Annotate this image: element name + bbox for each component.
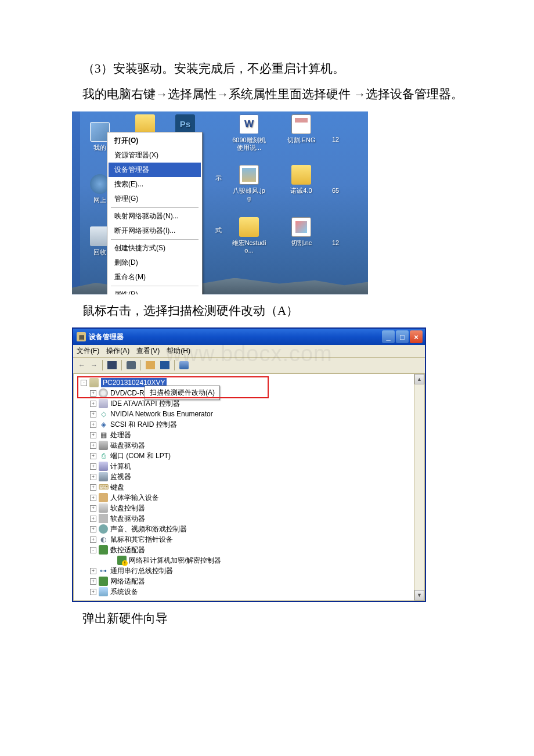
tree-node[interactable]: +声音、视频和游戏控制器: [76, 524, 412, 534]
expand-icon[interactable]: +: [90, 568, 96, 574]
menu-item[interactable]: 管理(G): [109, 192, 201, 206]
tool-print-icon[interactable]: [125, 359, 138, 371]
collapse-icon[interactable]: -: [90, 547, 96, 553]
jpg-icon[interactable]: 八骏雄风.jpg: [232, 165, 266, 202]
expand-icon[interactable]: +: [90, 411, 96, 417]
tree-node[interactable]: +⌨键盘: [76, 482, 412, 492]
expand-icon[interactable]: +: [90, 401, 96, 407]
device-icon: [99, 514, 108, 523]
tree-node[interactable]: +IDE ATA/ATAPI 控制器: [76, 398, 412, 409]
menu-item[interactable]: 删除(D): [109, 255, 201, 270]
tree-node[interactable]: +◐鼠标和其它指针设备: [76, 534, 412, 545]
device-label: 键盘: [110, 483, 124, 492]
eng-file-icon[interactable]: 切割.ENG: [284, 114, 319, 144]
expand-icon[interactable]: +: [90, 442, 96, 449]
tool-tree-icon[interactable]: [106, 359, 118, 371]
expand-icon[interactable]: +: [90, 484, 96, 491]
tree-node[interactable]: +监视器: [76, 471, 412, 482]
device-icon: ⊶: [99, 566, 108, 575]
device-label: 监视器: [110, 472, 131, 482]
device-label: 人体学输入设备: [110, 493, 159, 503]
tree-node[interactable]: +▦处理器: [76, 430, 412, 440]
tree-node[interactable]: +DVD/CD-R: [76, 388, 412, 398]
tool-scan-icon[interactable]: [158, 359, 171, 371]
titlebar[interactable]: ▤ 设备管理器 _ □ ×: [73, 329, 425, 345]
expand-icon[interactable]: +: [90, 390, 96, 397]
device-label: 声音、视频和游戏控制器: [110, 524, 187, 534]
tree-node[interactable]: +◈SCSI 和 RAID 控制器: [76, 419, 412, 430]
expand-icon[interactable]: +: [90, 526, 96, 532]
device-label: 系统设备: [110, 587, 138, 597]
forward-button[interactable]: →: [89, 360, 99, 370]
device-label: NVIDIA Network Bus Enumerator: [110, 410, 213, 418]
device-icon: [99, 493, 108, 502]
device-tree[interactable]: - PC2013102410XVY 扫描检测硬件改动(A) +DVD/CD-R+…: [74, 374, 414, 600]
menu-item[interactable]: 属性(R): [109, 287, 201, 294]
expand-icon[interactable]: +: [90, 432, 96, 438]
device-label: 软盘控制器: [110, 503, 145, 513]
label-fragment: 示: [212, 174, 224, 182]
device-icon: [99, 399, 108, 408]
menu-item[interactable]: 映射网络驱动器(N)...: [109, 209, 201, 224]
tree-node[interactable]: +⊶通用串行总线控制器: [76, 566, 412, 576]
tree-root[interactable]: - PC2013102410XVY: [76, 377, 412, 388]
menu-file[interactable]: 文件(F): [77, 346, 99, 356]
expand-icon[interactable]: +: [90, 516, 96, 522]
device-label: 通用串行总线控制器: [110, 566, 173, 576]
tree-node[interactable]: +软盘控制器: [76, 503, 412, 513]
menu-item[interactable]: 搜索(E)...: [109, 177, 201, 192]
scan-menu-item[interactable]: 扫描检测硬件改动(A): [150, 388, 215, 397]
expand-icon[interactable]: +: [90, 463, 96, 470]
expand-icon[interactable]: +: [90, 589, 96, 595]
device-label: 数控适配器: [110, 545, 145, 555]
collapse-icon[interactable]: -: [81, 380, 87, 386]
expand-icon[interactable]: +: [90, 505, 96, 512]
menu-item[interactable]: 创建快捷方式(S): [109, 241, 201, 255]
expand-icon[interactable]: +: [90, 578, 96, 585]
tree-node[interactable]: +磁盘驱动器: [76, 440, 412, 451]
tool-prop-icon[interactable]: [144, 359, 157, 371]
menu-item[interactable]: 设备管理器: [109, 163, 201, 177]
tool-pc-icon[interactable]: [178, 359, 190, 371]
expand-icon[interactable]: +: [90, 495, 96, 501]
back-button[interactable]: ←: [77, 360, 87, 370]
menu-item[interactable]: 断开网络驱动器(I)...: [109, 224, 201, 238]
expand-icon[interactable]: +: [90, 537, 96, 543]
tree-node[interactable]: +网络适配器: [76, 576, 412, 586]
device-icon: [99, 524, 108, 534]
expand-icon[interactable]: +: [90, 474, 96, 480]
menu-action[interactable]: 操作(A): [106, 346, 129, 356]
scroll-down-button[interactable]: ▼: [414, 590, 424, 600]
folder-wh-icon[interactable]: 维宏Ncstudio...: [232, 217, 266, 254]
tree-node[interactable]: +系统设备: [76, 586, 412, 597]
tree-node[interactable]: 网络和计算机加密/解密控制器: [76, 555, 412, 566]
menubar: 文件(F) 操作(A) 查看(V) 帮助(H): [73, 345, 425, 358]
expand-icon[interactable]: +: [90, 422, 96, 428]
folder-nc-icon[interactable]: 诺诚4.0: [284, 165, 319, 195]
tree-node[interactable]: +人体学输入设备: [76, 492, 412, 503]
tree-node[interactable]: +◇NVIDIA Network Bus Enumerator: [76, 409, 412, 419]
menu-item[interactable]: 资源管理器(X): [109, 148, 201, 163]
tree-node[interactable]: +⎙端口 (COM 和 LPT): [76, 451, 412, 461]
device-label: 软盘驱动器: [110, 514, 145, 524]
tree-node[interactable]: +软盘驱动器: [76, 513, 412, 524]
menu-help[interactable]: 帮助(H): [167, 346, 190, 356]
scrollbar[interactable]: ▲ ▼: [414, 374, 424, 600]
scan-context-menu[interactable]: 扫描检测硬件改动(A): [145, 386, 220, 400]
close-button[interactable]: ×: [410, 330, 423, 343]
menu-item[interactable]: 打开(O): [109, 134, 201, 148]
xp-desktop-screenshot: 我的 网上 回收 Ps 打开(O)资源管理器(X)设备管理器搜索(E)...管理…: [72, 111, 368, 294]
device-icon: [99, 587, 108, 596]
menu-item[interactable]: 重命名(M): [109, 270, 201, 285]
maximize-button[interactable]: □: [396, 330, 409, 343]
tree-node[interactable]: +计算机: [76, 461, 412, 471]
word-doc-icon[interactable]: W 6090雕刻机使用说...: [232, 114, 266, 152]
menu-view[interactable]: 查看(V): [136, 346, 160, 356]
tree-node[interactable]: -数控适配器: [76, 545, 412, 555]
scroll-up-button[interactable]: ▲: [414, 374, 424, 384]
minimize-button[interactable]: _: [382, 330, 395, 343]
toolbar: ← →: [73, 358, 425, 373]
nc-file-icon[interactable]: 切割.nc: [284, 217, 319, 247]
device-label: 处理器: [110, 430, 131, 440]
expand-icon[interactable]: +: [90, 453, 96, 459]
